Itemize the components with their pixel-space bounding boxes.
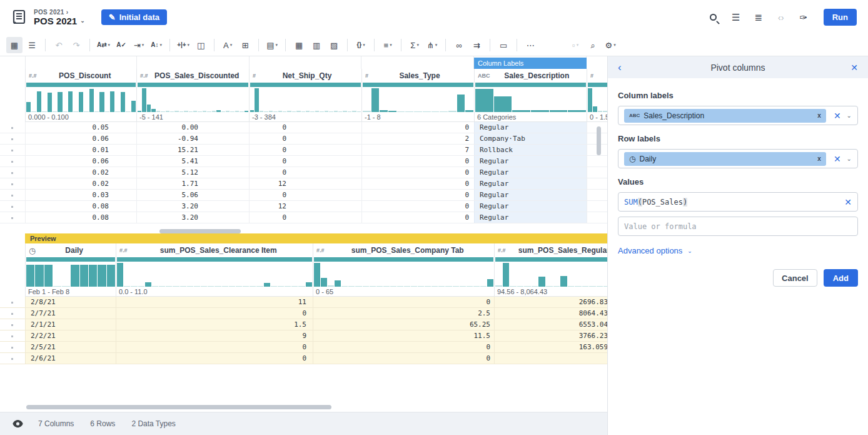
data-quality-bar[interactable]	[26, 83, 136, 87]
histogram-bar[interactable]	[371, 88, 380, 112]
cell[interactable]: 3766.23	[494, 330, 607, 341]
histogram-bar[interactable]	[301, 111, 305, 112]
histogram-bar[interactable]	[325, 111, 328, 112]
value-or-formula-input[interactable]: Value or formula	[618, 217, 858, 236]
histogram-bar[interactable]	[283, 111, 286, 112]
histogram-bar[interactable]	[335, 280, 341, 287]
column-histogram[interactable]	[26, 262, 116, 287]
histogram-bar[interactable]	[532, 286, 538, 287]
horizontal-scrollbar[interactable]	[159, 229, 241, 233]
standardize-icon[interactable]: A✓	[113, 37, 129, 53]
histogram-bar[interactable]	[156, 111, 160, 112]
comment-icon[interactable]: ▭	[495, 37, 512, 53]
data-quality-bar[interactable]	[250, 83, 361, 87]
histogram-bar[interactable]	[495, 285, 502, 287]
column-header[interactable]: ◷DailyFeb 1 - Feb 8	[25, 243, 116, 297]
histogram-bar[interactable]	[198, 111, 201, 112]
histogram-bar[interactable]	[260, 111, 263, 112]
histogram-bar[interactable]	[166, 111, 169, 112]
lookup-icon[interactable]: ⇉	[468, 37, 485, 53]
histogram-bar[interactable]	[80, 265, 88, 287]
page-title[interactable]: POS 2021⌄	[34, 16, 85, 26]
group-by-icon[interactable]: ▤▾	[264, 37, 280, 53]
filter-icon[interactable]: ≡▾	[380, 37, 396, 53]
histogram-bar[interactable]	[124, 286, 130, 287]
histogram-bar[interactable]	[329, 111, 333, 112]
histogram-bar[interactable]	[151, 109, 155, 112]
chevron-down-icon[interactable]: ⌄	[847, 112, 852, 119]
histogram-bar[interactable]	[306, 111, 310, 112]
histogram-bar[interactable]	[68, 91, 73, 112]
histogram-bar[interactable]	[383, 286, 390, 287]
histogram-bar[interactable]	[48, 93, 52, 112]
histogram-bar[interactable]	[603, 111, 607, 112]
cell[interactable]: 0	[249, 212, 361, 223]
column-histogram[interactable]	[137, 87, 249, 112]
histogram-bar[interactable]	[89, 265, 97, 287]
cell[interactable]: 2/2/21	[25, 330, 116, 341]
cell[interactable]: Regular	[474, 201, 587, 212]
undo-icon[interactable]: ↶	[51, 37, 67, 53]
column-labels-chip[interactable]: ABC Sales_Description x	[624, 109, 826, 123]
cell[interactable]: 6553.04	[494, 319, 607, 330]
column-header[interactable]: #.#sum_POS_Sales_Regular94.56 - 8,064.43	[494, 243, 607, 297]
histogram-bar[interactable]	[226, 111, 230, 112]
vertical-scrollbar[interactable]	[597, 126, 601, 155]
histogram-bar[interactable]	[94, 111, 99, 112]
histogram-bar[interactable]	[582, 286, 589, 287]
cell[interactable]: 11	[116, 297, 313, 307]
cell[interactable]: 0.08	[25, 212, 136, 223]
functions-icon[interactable]: {}▾	[353, 37, 369, 53]
settings-icon[interactable]: ⚙▾	[602, 37, 618, 53]
cell[interactable]: 0.03	[25, 190, 136, 200]
histogram-bar[interactable]	[405, 111, 413, 112]
histogram-bar[interactable]	[26, 265, 34, 287]
union-icon[interactable]: ∞	[451, 37, 467, 53]
histogram-bar[interactable]	[467, 286, 473, 287]
chip-remove-icon[interactable]: x	[817, 112, 821, 119]
histogram-bar[interactable]	[321, 278, 327, 287]
advanced-options-link[interactable]: Advanced options ⌄	[618, 246, 858, 255]
profile-icon[interactable]: ⌕	[585, 37, 601, 53]
column-header[interactable]: ABCSales_Description6 Categories	[474, 69, 587, 122]
histogram-bar[interactable]	[445, 286, 452, 287]
histogram-bar[interactable]	[255, 88, 258, 112]
histogram-bar[interactable]	[126, 111, 130, 112]
search-icon[interactable]	[707, 12, 720, 23]
histogram-bar[interactable]	[517, 286, 524, 287]
histogram-bar[interactable]	[315, 111, 319, 112]
table-row[interactable]: 2/5/2100163.059	[0, 342, 607, 353]
histogram-bar[interactable]	[264, 283, 270, 287]
histogram-bar[interactable]	[473, 286, 480, 287]
back-icon[interactable]: ‹	[618, 61, 630, 74]
histogram-bar[interactable]	[296, 111, 300, 112]
histogram-bar[interactable]	[341, 286, 348, 287]
histogram-bar[interactable]	[546, 286, 553, 287]
histogram-bar[interactable]	[285, 286, 291, 287]
histogram-bar[interactable]	[222, 286, 228, 287]
histogram-bar[interactable]	[189, 111, 193, 112]
aggregate-icon[interactable]: Σ▾	[406, 37, 423, 53]
histogram-bar[interactable]	[448, 111, 457, 112]
column-histogram[interactable]	[495, 262, 607, 287]
histogram-bar[interactable]	[352, 111, 356, 112]
histogram-bar[interactable]	[531, 110, 549, 112]
pivot-icon[interactable]: ▦	[291, 37, 307, 53]
grid-view-icon[interactable]: ▦	[6, 37, 23, 53]
cell[interactable]: 0	[116, 308, 313, 319]
table-row[interactable]: 0.025.1200Regular	[0, 167, 607, 178]
cell[interactable]: 3.20	[136, 212, 249, 223]
cell[interactable]: -0.94	[136, 133, 249, 144]
cell[interactable]: 3.20	[136, 201, 249, 212]
cell[interactable]: 0.05	[25, 122, 136, 133]
cell[interactable]	[587, 178, 607, 189]
histogram-bar[interactable]	[63, 111, 68, 112]
histogram-bar[interactable]	[131, 101, 136, 112]
list-view-icon[interactable]: ☰	[24, 37, 40, 53]
cell[interactable]: 0	[116, 342, 313, 352]
cell[interactable]	[494, 353, 607, 364]
clear-icon[interactable]: ✕	[834, 154, 841, 164]
add-button[interactable]: Add	[824, 269, 858, 287]
cell[interactable]: Rollback	[474, 145, 587, 155]
cell[interactable]: 0.06	[25, 156, 136, 166]
